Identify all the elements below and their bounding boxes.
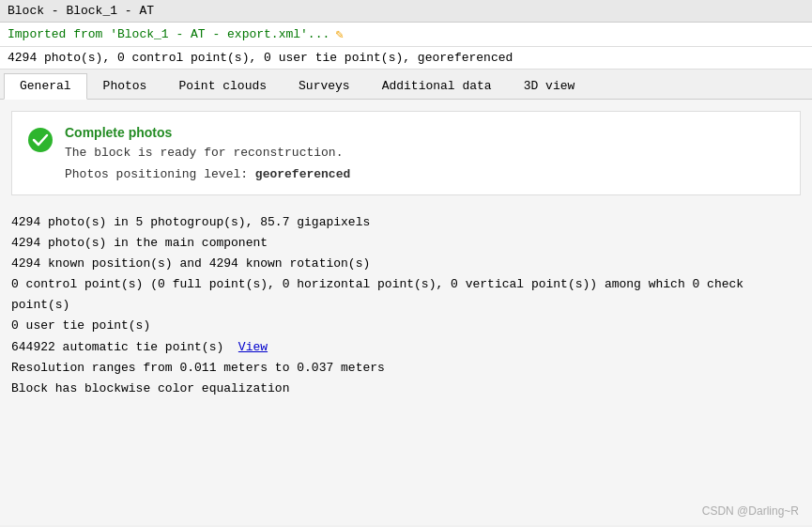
status-box: Complete photos The block is ready for r… [11,111,801,195]
status-title: Complete photos [65,125,350,140]
info-line-2: 4294 photo(s) in the main component [11,233,801,254]
level-label: Photos positioning level: [65,167,248,181]
tab-additional-data[interactable]: Additional data [366,73,508,99]
title-bar: Block - Block_1 - AT [0,0,812,23]
status-level: Photos positioning level: georeferenced [65,167,350,181]
info-line-1: 4294 photo(s) in 5 photogroup(s), 85.7 g… [11,212,801,233]
check-circle-icon [27,127,54,153]
info-line-7: Resolution ranges from 0.011 meters to 0… [11,358,801,379]
import-text: Imported from 'Block_1 - AT - export.xml… [8,27,329,41]
tab-bar: General Photos Point clouds Surveys Addi… [0,70,812,100]
info-line-3: 4294 known position(s) and 4294 known ro… [11,254,801,274]
edit-icon[interactable]: ✎ [335,26,343,42]
tab-3d-view[interactable]: 3D view [508,73,591,99]
level-value: georeferenced [255,167,350,181]
info-line-5: 0 user tie point(s) [11,316,801,336]
tab-general[interactable]: General [4,73,87,100]
tab-photos[interactable]: Photos [87,73,163,99]
import-bar: Imported from 'Block_1 - AT - export.xml… [0,23,812,47]
stats-text: 4294 photo(s), 0 control point(s), 0 use… [8,51,513,65]
info-line-6: 644922 automatic tie point(s) View [11,337,801,358]
status-desc: The block is ready for reconstruction. [65,146,350,160]
info-line-4: 0 control point(s) (0 full point(s), 0 h… [11,274,801,316]
stats-bar: 4294 photo(s), 0 control point(s), 0 use… [0,47,812,70]
info-line-8: Block has blockwise color equalization [11,379,801,399]
info-section: 4294 photo(s) in 5 photogroup(s), 85.7 g… [11,209,801,403]
svg-point-0 [28,128,53,152]
title-text: Block - Block_1 - AT [8,4,154,18]
view-link[interactable]: View [238,340,268,354]
watermark: CSDN @Darling~R [702,504,799,518]
tab-surveys[interactable]: Surveys [283,73,366,99]
tab-point-clouds[interactable]: Point clouds [162,73,283,99]
status-content: Complete photos The block is ready for r… [65,125,350,181]
content-area: Complete photos The block is ready for r… [0,100,812,525]
